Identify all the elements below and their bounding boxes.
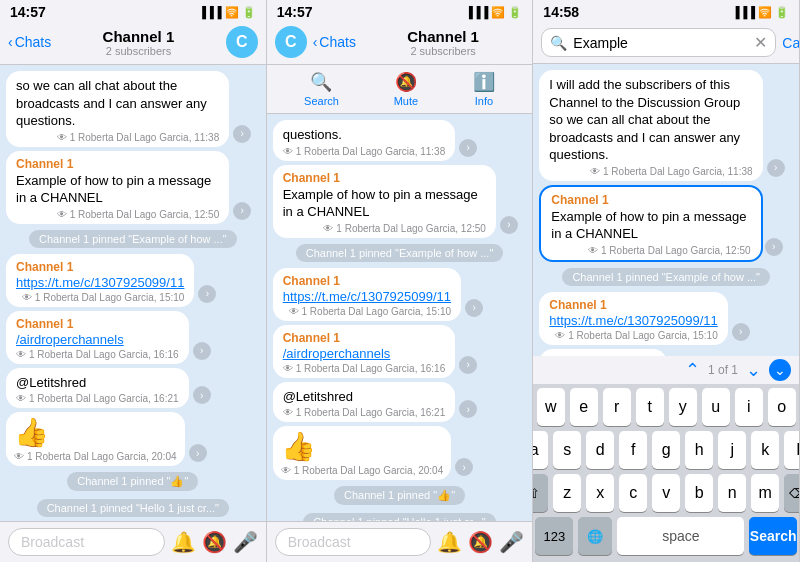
channel-label: Channel 1	[16, 260, 184, 274]
chat-area-2: questions. 👁 1 Roberta Dal Lago Garcia, …	[267, 114, 533, 521]
search-input[interactable]	[573, 35, 748, 51]
broadcast-input-1[interactable]: Broadcast	[8, 528, 165, 556]
mic-icon-2[interactable]: 🎤	[499, 530, 524, 554]
notification-icon[interactable]: 🔔	[171, 530, 196, 554]
forward-btn[interactable]: ›	[459, 356, 477, 374]
airdrop-link[interactable]: /airdroperchannels	[283, 346, 446, 361]
key-t[interactable]: t	[636, 388, 664, 426]
msg-text: questions.	[283, 126, 446, 144]
search-tool[interactable]: 🔍 Search	[304, 71, 339, 107]
meta-text: 1 Roberta Dal Lago Garcia, 16:21	[29, 393, 179, 404]
msg-pin-example-2: Channel 1 Example of how to pin a messag…	[273, 165, 496, 238]
airdrop-link[interactable]: /airdroperchannels	[16, 332, 179, 347]
signal-icon: ▐▐▐	[465, 6, 488, 18]
eye-icon: 👁	[16, 349, 26, 360]
key-j[interactable]: j	[718, 431, 746, 469]
panel-1: 14:57 ▐▐▐ 🛜 🔋 ‹ Chats Channel 1 2 subscr…	[0, 0, 267, 562]
key-a[interactable]: a	[533, 431, 548, 469]
meta-text: 1 Roberta Dal Lago Garcia, 11:38	[70, 132, 220, 143]
forward-btn[interactable]: ›	[193, 342, 211, 360]
search-bar[interactable]: 🔍 ✕	[541, 28, 776, 57]
wifi-icon: 🛜	[491, 6, 505, 19]
info-label: Info	[475, 95, 493, 107]
avatar-2[interactable]: C	[275, 26, 307, 58]
mute-icon[interactable]: 🔕	[202, 530, 227, 554]
key-x[interactable]: x	[586, 474, 614, 512]
forward-btn[interactable]: ›	[233, 202, 251, 220]
key-w[interactable]: w	[537, 388, 565, 426]
key-g[interactable]: g	[652, 431, 680, 469]
msg-text: @Letitshred	[16, 374, 179, 392]
key-b[interactable]: b	[685, 474, 713, 512]
key-h[interactable]: h	[685, 431, 713, 469]
globe-key[interactable]: 🌐	[578, 517, 612, 555]
key-z[interactable]: z	[553, 474, 581, 512]
broadcast-input-2[interactable]: Broadcast	[275, 528, 432, 556]
msg-emoji-2: 👍 👁 1 Roberta Dal Lago Garcia, 20:04 ›	[273, 426, 452, 480]
avatar-1[interactable]: C	[226, 26, 258, 58]
forward-btn[interactable]: ›	[198, 285, 216, 303]
key-s[interactable]: s	[553, 431, 581, 469]
key-m[interactable]: m	[751, 474, 779, 512]
key-c[interactable]: c	[619, 474, 647, 512]
key-e[interactable]: e	[570, 388, 598, 426]
info-tool[interactable]: ℹ️ Info	[473, 71, 495, 107]
msg-meta: 👁 1 Roberta Dal Lago Garcia, 11:38	[16, 132, 219, 143]
channel-label: Channel 1	[283, 171, 486, 185]
notification-icon-2[interactable]: 🔔	[437, 530, 462, 554]
key-o[interactable]: o	[768, 388, 796, 426]
chevron-left-icon: ‹	[8, 34, 13, 50]
key-k[interactable]: k	[751, 431, 779, 469]
mute-icon-2[interactable]: 🔕	[468, 530, 493, 554]
eye-icon: 👁	[289, 306, 299, 317]
key-l[interactable]: l	[784, 431, 800, 469]
key-i[interactable]: i	[735, 388, 763, 426]
link-text[interactable]: https://t.me/c/1307925099/11	[549, 313, 717, 328]
key-d[interactable]: d	[586, 431, 614, 469]
back-button-2[interactable]: ‹ Chats	[313, 34, 356, 50]
chevron-down-icon[interactable]: ⌄	[746, 359, 761, 381]
forward-btn[interactable]: ›	[193, 386, 211, 404]
signal-icon: ▐▐▐	[198, 6, 221, 18]
numbers-key[interactable]: 123	[535, 517, 573, 555]
status-bar-2: 14:57 ▐▐▐ 🛜 🔋	[267, 0, 533, 22]
forward-btn[interactable]: ›	[459, 139, 477, 157]
cancel-button[interactable]: Cancel	[782, 35, 800, 51]
forward-btn[interactable]: ›	[455, 458, 473, 476]
expand-icon[interactable]: ⌄	[769, 359, 791, 381]
eye-icon: 👁	[57, 132, 67, 143]
mute-label: Mute	[394, 95, 418, 107]
forward-btn[interactable]: ›	[465, 299, 483, 317]
forward-btn[interactable]: ›	[765, 238, 783, 256]
chevron-up-icon[interactable]: ⌃	[685, 359, 700, 381]
space-key[interactable]: space	[617, 517, 744, 555]
eye-icon: 👁	[57, 209, 67, 220]
shift-key[interactable]: ⇧	[533, 474, 548, 512]
forward-btn[interactable]: ›	[233, 125, 251, 143]
mute-tool[interactable]: 🔕 Mute	[394, 71, 418, 107]
wifi-icon: 🛜	[225, 6, 239, 19]
forward-btn[interactable]: ›	[459, 400, 477, 418]
key-f[interactable]: f	[619, 431, 647, 469]
link-text[interactable]: https://t.me/c/1307925099/11	[16, 275, 184, 290]
link-text[interactable]: https://t.me/c/1307925099/11	[283, 289, 451, 304]
mic-icon[interactable]: 🎤	[233, 530, 258, 554]
meta-text: 1 Roberta Dal Lago Garcia, 20:04	[294, 465, 444, 476]
key-v[interactable]: v	[652, 474, 680, 512]
clear-icon[interactable]: ✕	[754, 33, 767, 52]
bottom-bar-2: Broadcast 🔔 🔕 🎤	[267, 521, 533, 562]
back-button-1[interactable]: ‹ Chats	[8, 34, 51, 50]
search-key[interactable]: Search	[749, 517, 797, 555]
meta-text: 1 Roberta Dal Lago Garcia, 16:21	[296, 407, 446, 418]
forward-btn[interactable]: ›	[189, 444, 207, 462]
forward-btn[interactable]: ›	[500, 216, 518, 234]
meta-text: 1 Roberta Dal Lago Garcia, 16:16	[29, 349, 179, 360]
delete-key[interactable]: ⌫	[784, 474, 800, 512]
key-y[interactable]: y	[669, 388, 697, 426]
key-n[interactable]: n	[718, 474, 746, 512]
status-icons-2: ▐▐▐ 🛜 🔋	[465, 6, 522, 19]
key-r[interactable]: r	[603, 388, 631, 426]
key-u[interactable]: u	[702, 388, 730, 426]
forward-btn[interactable]: ›	[732, 323, 750, 341]
forward-btn[interactable]: ›	[767, 159, 785, 177]
